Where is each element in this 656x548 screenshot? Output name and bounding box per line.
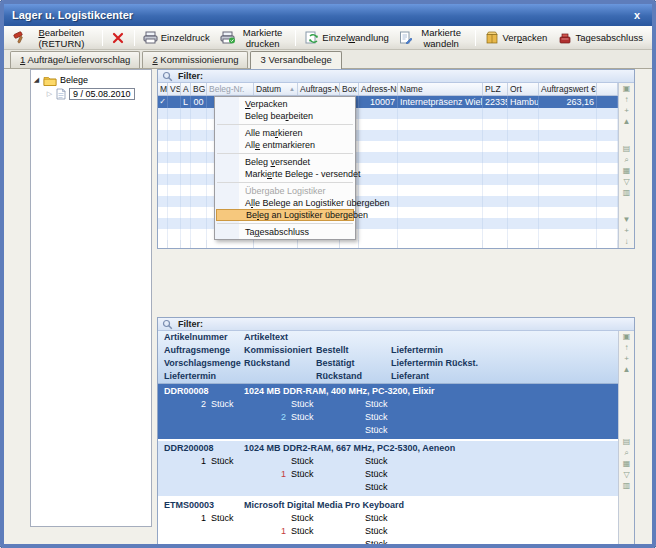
menu-item-markierte-belege-versendet[interactable]: Markierte Belege - versendet — [216, 168, 354, 180]
search-icon[interactable]: ⌕ — [624, 449, 628, 457]
search-icon[interactable]: ⌕ — [624, 156, 628, 164]
rueckstand-value: 2 — [246, 411, 286, 424]
grid-cell — [483, 108, 508, 119]
context-menu: Verpacken Beleg bearbeiten Alle markiere… — [214, 96, 356, 240]
grid-cell — [483, 218, 508, 229]
windows-icon[interactable]: ▥ — [623, 482, 631, 490]
tree-item-belege[interactable]: ◢ Belege — [33, 73, 149, 87]
magnifier-icon — [162, 71, 173, 82]
grid-cell — [168, 119, 181, 130]
artikelnummer: ETMS00003 — [164, 499, 244, 512]
grid-cell — [483, 141, 508, 152]
menu-item-beleg-bearbeiten[interactable]: Beleg bearbeiten — [216, 110, 354, 122]
titlebar[interactable]: Lager u. Logistikcenter x — [4, 4, 652, 26]
document-icon — [56, 88, 66, 100]
einzeldruck-button[interactable]: Einzeldruck — [138, 28, 215, 48]
view-icon[interactable]: ▤ — [623, 438, 631, 446]
menu-item-beleg-versendet[interactable]: Beleg versendet — [216, 156, 354, 168]
col-plz[interactable]: PLZ — [483, 83, 508, 95]
artikeltext: 1024 MB DDR2-RAM, 667 MHz, PC2-5300, Aen… — [244, 442, 618, 455]
edit-icon[interactable]: ▦ — [623, 167, 631, 175]
col-adress-nr[interactable]: Adress-Nr. — [359, 83, 398, 95]
filter-icon[interactable]: ▽ — [623, 178, 629, 186]
tab-kommissionierung[interactable]: 2 Kommissionierung — [142, 51, 248, 68]
col-auftragswert[interactable]: Auftragswert € — [539, 83, 597, 95]
grid-cell — [508, 152, 539, 163]
grid-cell — [398, 207, 483, 218]
filter-icon[interactable]: ▽ — [623, 471, 629, 479]
grid-cell — [207, 240, 254, 248]
bestellt-value — [326, 398, 360, 411]
position-row-ddr200008[interactable]: DDR200008 1024 MB DDR2-RAM, 667 MHz, PC2… — [158, 439, 618, 496]
grid-cell — [483, 185, 508, 196]
verpacken-button[interactable]: Verpacken — [479, 28, 552, 48]
scroll-top-icon[interactable]: ↑ — [624, 96, 628, 104]
windows-icon[interactable]: ▥ — [623, 189, 631, 197]
tab-auftraege-liefervorschlag[interactable]: 1 Aufträge/Liefervorschlag — [10, 51, 140, 68]
unit-label: Stück — [289, 455, 323, 468]
markierte-wandeln-button[interactable]: Markierte wandeln — [394, 28, 473, 48]
grid-cell — [483, 196, 508, 207]
menu-item-tagesabschluss[interactable]: Tagesabschluss — [216, 226, 354, 238]
menu-item-uebergabe-logistiker[interactable]: Übergabe Logistiker — [216, 185, 354, 197]
col-auftrags-nr[interactable]: Auftrags-Nr. — [298, 83, 340, 95]
grid-cell — [181, 152, 191, 163]
col-name[interactable]: Name — [398, 83, 483, 95]
tagesabschluss-button[interactable]: Tagesabschluss — [552, 28, 648, 48]
grid-cell — [539, 240, 597, 248]
col-beleg-nr[interactable]: Beleg-Nr. — [207, 83, 254, 95]
tree-item-beleg-9[interactable]: ▷ 9 / 05.08.2010 — [46, 87, 149, 101]
row-checkbox[interactable]: ✓ — [158, 96, 168, 108]
col-a[interactable]: A — [181, 83, 191, 95]
page-up-icon[interactable]: ▲ — [623, 118, 631, 126]
delete-button[interactable] — [106, 28, 131, 48]
tree-expanded-icon[interactable]: ◢ — [33, 76, 40, 84]
col-datum[interactable]: Datum ▲ — [254, 83, 298, 95]
grid-cell — [359, 240, 398, 248]
scroll-bottom-icon[interactable]: ↓ — [624, 238, 628, 246]
unit-label: Stück — [363, 455, 397, 468]
grid-cell — [483, 130, 508, 141]
position-row-ddr00008[interactable]: DDR00008 1024 MB DDR-RAM, 400 MHz, PC-32… — [158, 384, 618, 439]
grid-cell — [359, 152, 398, 163]
col-m[interactable]: M — [158, 83, 168, 95]
toolbar-separator — [295, 30, 296, 46]
auftragsmenge-value: 1 — [164, 512, 206, 525]
customize-columns-icon[interactable]: ▣ — [623, 333, 631, 341]
grid-navigator: ▣ ↑ + ▲ ▤ ⌕ ▦ ▽ ▥ ▼ + ↓ — [618, 83, 634, 248]
grid-cell — [298, 240, 340, 248]
col-vs[interactable]: VS — [168, 83, 181, 95]
scroll-top-icon[interactable]: ↑ — [624, 344, 628, 352]
tab-versandbelege[interactable]: 3 Versandbelege — [250, 51, 341, 69]
menu-item-alle-belege-an-logistiker[interactable]: Alle Belege an Logistiker übergeben — [216, 197, 354, 209]
menu-item-beleg-an-logistiker[interactable]: Beleg an Logistiker übergeben — [216, 209, 354, 221]
bearbeiten-button[interactable]: Bearbeiten (RETURN) — [8, 28, 99, 48]
edit-icon[interactable]: ▦ — [623, 460, 631, 468]
view-icon[interactable]: ▤ — [623, 145, 631, 153]
customize-columns-icon[interactable]: ▣ — [623, 85, 631, 93]
tree-item-label: 9 / 05.08.2010 — [69, 88, 135, 100]
grid-cell — [181, 207, 191, 218]
close-button[interactable]: x — [630, 9, 644, 21]
col-bg[interactable]: BG — [191, 83, 207, 95]
menu-item-alle-entmarkieren[interactable]: Alle entmarkieren — [216, 139, 354, 151]
tree-collapsed-icon[interactable]: ▷ — [46, 90, 53, 98]
menu-item-alle-markieren[interactable]: Alle markieren — [216, 127, 354, 139]
page-up-icon[interactable]: ▲ — [623, 366, 631, 374]
einzelwandlung-button[interactable]: Einzelwandlung — [299, 28, 394, 48]
row-insert-icon[interactable]: + — [624, 355, 629, 363]
grid-cell — [597, 152, 618, 163]
sort-asc-icon: ▲ — [289, 83, 295, 95]
col-ort[interactable]: Ort — [508, 83, 539, 95]
col-box[interactable]: Box — [340, 83, 359, 95]
row-append-icon[interactable]: + — [624, 227, 629, 235]
menu-item-verpacken[interactable]: Verpacken — [216, 98, 354, 110]
grid-cell — [158, 163, 168, 174]
position-row-etms00003[interactable]: ETMS00003 Microsoft Digital Media Pro Ke… — [158, 496, 618, 548]
grid-cell — [181, 141, 191, 152]
unit-label: Stück — [209, 512, 243, 525]
markierte-drucken-button[interactable]: Markierte drucken — [215, 28, 292, 48]
grid-cell — [191, 108, 207, 119]
row-insert-icon[interactable]: + — [624, 107, 629, 115]
page-down-icon[interactable]: ▼ — [623, 216, 631, 224]
